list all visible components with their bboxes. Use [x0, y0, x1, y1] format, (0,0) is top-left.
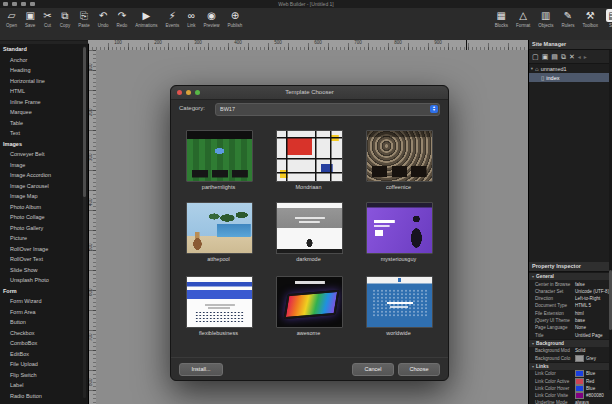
- sidebar-item-rollover-text[interactable]: RollOver Text: [0, 254, 88, 265]
- template-thumbnail-parthernlights[interactable]: [186, 130, 253, 182]
- toolbar-open-button[interactable]: ▱Open: [2, 9, 21, 28]
- sidebar-item-editbox[interactable]: EditBox: [0, 349, 88, 360]
- sidebar-item-table[interactable]: Table: [0, 118, 88, 129]
- pi-section-general[interactable]: ▾General: [529, 272, 612, 280]
- toolbar-cut-button[interactable]: ✂Cut: [39, 9, 55, 28]
- toolbar-undo-button[interactable]: ↶Undo: [94, 9, 113, 28]
- pi-row-link-color[interactable]: Link ColorBlue: [529, 370, 612, 377]
- sidebar-item-photo-album[interactable]: Photo Album: [0, 202, 88, 213]
- choose-button[interactable]: Choose: [398, 363, 440, 376]
- pi-row-jquery-ui-theme[interactable]: jQuery UI Themebase: [529, 317, 612, 324]
- template-atthepool[interactable]: atthepool: [186, 202, 251, 262]
- next-icon[interactable]: ▸: [584, 51, 587, 63]
- pi-row-center-in-browse[interactable]: Center in Browsefalse: [529, 280, 612, 287]
- tree-item-root[interactable]: ▾ ⌂ unnamed1: [529, 64, 612, 73]
- toolbar-copy-button[interactable]: ⧉Copy: [56, 9, 75, 28]
- toolbar-preview-button[interactable]: ◉Preview: [200, 9, 224, 28]
- toolbar-blocks-button[interactable]: ▦Blocks: [491, 9, 512, 28]
- toolbar-paste-button[interactable]: ⎘Paste: [74, 9, 94, 28]
- template-coffeenice[interactable]: coffeenice: [366, 130, 431, 190]
- zoom-window-icon[interactable]: [195, 90, 200, 95]
- sidebar-item-image-carousel[interactable]: Image Carousel: [0, 181, 88, 192]
- open-folder-icon[interactable]: ▤: [551, 51, 558, 63]
- category-select[interactable]: BW17 ▲▼: [215, 103, 440, 116]
- sidebar-item-slide-show[interactable]: Slide Show: [0, 265, 88, 276]
- template-thumbnail-awesome[interactable]: [276, 276, 343, 328]
- toolbar-events-button[interactable]: ⚡Events: [162, 9, 184, 28]
- pi-section-background[interactable]: ▾Background: [529, 339, 612, 347]
- template-thumbnail-worldwide[interactable]: [366, 276, 433, 328]
- delete-icon[interactable]: ✕: [569, 51, 575, 63]
- template-parthernlights[interactable]: parthernlights: [186, 130, 251, 190]
- sidebar-scrollbar-thumb[interactable]: [83, 47, 86, 197]
- pi-row-link-color-hover[interactable]: Link Color HoverBlue: [529, 385, 612, 392]
- pi-row-page-language[interactable]: Page LanguageNone: [529, 324, 612, 331]
- sidebar-item-heading[interactable]: Heading: [0, 65, 88, 76]
- tree-item-index[interactable]: ▯ index: [529, 73, 612, 82]
- sidebar-item-rollover-image[interactable]: RollOver Image: [0, 244, 88, 255]
- dialog-title-bar[interactable]: Template Chooser: [171, 86, 448, 100]
- template-thumbnail-darkmode[interactable]: [276, 202, 343, 254]
- sidebar-item-checkbox[interactable]: Checkbox: [0, 328, 88, 339]
- install-button[interactable]: Install...: [179, 363, 223, 376]
- sidebar-item-flip-switch[interactable]: Flip Switch: [0, 370, 88, 381]
- sidebar-item-combobox[interactable]: ComboBox: [0, 338, 88, 349]
- pi-row-file-extension[interactable]: File Extensionhtml: [529, 310, 612, 317]
- sidebar-item-photo-collage[interactable]: Photo Collage: [0, 212, 88, 223]
- minimize-window-icon[interactable]: [186, 90, 191, 95]
- sidebar-item-inline-frame[interactable]: Inline Frame: [0, 97, 88, 108]
- toolbar-publish-button[interactable]: ⊕Publish: [224, 9, 247, 28]
- toolbar-link-button[interactable]: ∞Link: [183, 9, 199, 28]
- sidebar-item-file-upload[interactable]: File Upload: [0, 359, 88, 370]
- sidebar-item-picture[interactable]: Picture: [0, 233, 88, 244]
- sidebar-item-html[interactable]: HTML: [0, 86, 88, 97]
- template-thumbnail-flexiblebusiness[interactable]: [186, 276, 253, 328]
- sidebar-item-form-wizard[interactable]: Form Wizard: [0, 296, 88, 307]
- pi-row-underline-mode[interactable]: Underline Modealways: [529, 399, 612, 404]
- sidebar-item-photo-gallery[interactable]: Photo Gallery: [0, 223, 88, 234]
- sidebar-item-text[interactable]: Text: [0, 128, 88, 139]
- template-thumbnail-mysteriousguy[interactable]: [366, 202, 433, 254]
- new-page-icon[interactable]: ▢: [532, 51, 539, 63]
- template-mysteriousguy[interactable]: mysteriousguy: [366, 202, 431, 262]
- pi-row-direction[interactable]: DirectionLeft-to-Right: [529, 295, 612, 302]
- toolbar-toolbox-button[interactable]: ⚒Toolbox: [578, 9, 602, 28]
- pi-row-title[interactable]: TitleUntitled Page: [529, 331, 612, 338]
- pi-row-link-color-visite[interactable]: Link Color Visite#800080: [529, 392, 612, 399]
- sidebar-item-form-area[interactable]: Form Area: [0, 307, 88, 318]
- template-mondriaan[interactable]: Mondriaan: [276, 130, 341, 190]
- template-thumbnail-mondriaan[interactable]: [276, 130, 343, 182]
- sidebar-item-image-accordion[interactable]: Image Accordion: [0, 170, 88, 181]
- sidebar-item-conveyer-belt[interactable]: Conveyer Belt: [0, 149, 88, 160]
- prev-icon[interactable]: ◂: [578, 51, 581, 63]
- sidebar-item-horizontal-line[interactable]: Horizontal line: [0, 76, 88, 87]
- toolbar-format-button[interactable]: △Format: [512, 9, 534, 28]
- template-thumbnail-coffeenice[interactable]: [366, 130, 433, 182]
- sidebar-item-button[interactable]: Button: [0, 317, 88, 328]
- sidebar-item-unsplash-photo[interactable]: Unsplash Photo: [0, 275, 88, 286]
- template-worldwide[interactable]: worldwide: [366, 276, 431, 336]
- sidebar-item-image-map[interactable]: Image Map: [0, 191, 88, 202]
- duplicate-icon[interactable]: ⧉: [561, 51, 566, 63]
- pi-row-character-set[interactable]: Character SetUnicode (UTF-8): [529, 288, 612, 295]
- close-window-icon[interactable]: [177, 90, 182, 95]
- sidebar-item-anchor[interactable]: Anchor: [0, 55, 88, 66]
- pi-row-background-colo[interactable]: Background ColoGrey: [529, 354, 612, 361]
- template-flexiblebusiness[interactable]: flexiblebusiness: [186, 276, 251, 336]
- pi-row-document-type[interactable]: Document TypeHTML 5: [529, 302, 612, 309]
- toolbar-save-button[interactable]: ▣Save: [21, 9, 39, 28]
- pi-row-link-color-active[interactable]: Link Color ActiveRed: [529, 377, 612, 384]
- sidebar-item-image[interactable]: Image: [0, 160, 88, 171]
- new-folder-icon[interactable]: ▣: [542, 51, 549, 63]
- template-darkmode[interactable]: darkmode: [276, 202, 341, 262]
- toolbar-objects-button[interactable]: ▥Objects: [534, 9, 557, 28]
- pi-section-links[interactable]: ▾Links: [529, 362, 612, 370]
- template-thumbnail-atthepool[interactable]: [186, 202, 253, 254]
- template-awesome[interactable]: awesome: [276, 276, 341, 336]
- pi-row-background-mod[interactable]: Background ModSolid: [529, 347, 612, 354]
- sidebar-item-label[interactable]: Label: [0, 380, 88, 391]
- toolbar-animations-button[interactable]: ▶Animations: [131, 9, 161, 28]
- toolbar-redo-button[interactable]: ↷Redo: [112, 9, 131, 28]
- sidebar-item-radio-button[interactable]: Radio Button: [0, 391, 88, 402]
- toolbar-rulers-button[interactable]: ✎Rulers: [557, 9, 578, 28]
